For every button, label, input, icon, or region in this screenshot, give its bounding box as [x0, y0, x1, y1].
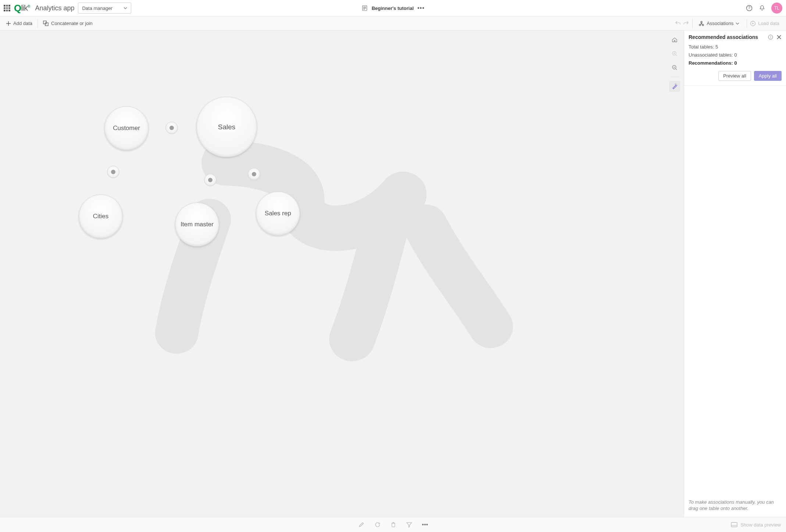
- help-icon[interactable]: ?: [746, 4, 753, 12]
- associations-icon: [699, 21, 704, 26]
- load-data-button: Load data: [747, 19, 782, 28]
- concatenate-label: Concatenate or join: [51, 21, 93, 26]
- concatenate-icon: [43, 21, 49, 26]
- view-dropdown-label: Data manager: [82, 6, 112, 11]
- undo-icon: [675, 20, 681, 27]
- magic-wand-button[interactable]: [669, 81, 680, 92]
- table-label: Customer: [113, 125, 140, 132]
- filter-icon: [406, 521, 412, 528]
- table-bubble-item-master[interactable]: Item master: [175, 202, 219, 247]
- association-joint[interactable]: [204, 174, 217, 186]
- more-icon[interactable]: •••: [422, 521, 428, 528]
- association-joint[interactable]: [248, 168, 260, 180]
- show-preview-label: Show data preview: [740, 522, 781, 528]
- svg-text:?: ?: [748, 6, 750, 10]
- main-area: Customer Sales Cities Item master Sales …: [0, 30, 786, 517]
- chevron-down-icon: [736, 22, 739, 25]
- view-dropdown[interactable]: Data manager: [78, 3, 131, 14]
- recommendations-label: Recommendations:: [689, 60, 734, 66]
- table-label: Cities: [93, 213, 109, 220]
- svg-rect-1: [363, 7, 366, 7]
- total-tables-label: Total tables:: [689, 44, 715, 50]
- svg-rect-16: [392, 523, 395, 527]
- recommendations-panel: Recommended associations ? Total tables:…: [684, 30, 786, 517]
- table-bubble-cities[interactable]: Cities: [79, 194, 123, 238]
- associations-canvas[interactable]: Customer Sales Cities Item master Sales …: [0, 30, 684, 517]
- refresh-icon: [374, 521, 381, 528]
- avatar[interactable]: TL: [771, 3, 782, 14]
- table-label: Sales rep: [265, 210, 291, 217]
- concatenate-button[interactable]: Concatenate or join: [41, 19, 95, 28]
- more-icon[interactable]: •••: [417, 5, 425, 11]
- table-label: Sales: [218, 123, 236, 131]
- recommendations-value: 0: [734, 60, 737, 66]
- delete-icon: [390, 521, 396, 528]
- plus-icon: [6, 21, 11, 26]
- table-bubble-customer[interactable]: Customer: [104, 106, 149, 150]
- panel-stats: Total tables: 5 Unassociated tables: 0 R…: [684, 43, 786, 71]
- breadcrumb: Beginner's tutorial •••: [361, 5, 425, 11]
- bell-icon[interactable]: [759, 5, 765, 11]
- app-launcher-icon[interactable]: [4, 5, 10, 11]
- zoom-out-button[interactable]: [669, 62, 680, 73]
- divider: [670, 77, 679, 77]
- association-joint[interactable]: [107, 166, 119, 178]
- add-data-label: Add data: [13, 21, 32, 26]
- avatar-initials: TL: [774, 6, 779, 11]
- svg-point-9: [702, 24, 704, 26]
- separator: [37, 19, 38, 28]
- home-view-button[interactable]: [669, 34, 680, 45]
- edit-icon: [358, 521, 365, 528]
- associations-dropdown[interactable]: Associations: [696, 19, 742, 28]
- svg-rect-2: [363, 8, 366, 8]
- zoom-in-icon: [672, 51, 678, 57]
- show-data-preview-button: Show data preview: [731, 522, 781, 528]
- table-bubble-sales-rep[interactable]: Sales rep: [256, 191, 300, 236]
- table-bubble-sales[interactable]: Sales: [196, 97, 257, 157]
- add-data-button[interactable]: Add data: [4, 19, 35, 28]
- table-label: Item master: [181, 221, 214, 228]
- total-tables-value: 5: [715, 44, 718, 50]
- apply-all-button[interactable]: Apply all: [754, 71, 782, 81]
- panel-help-icon[interactable]: ?: [768, 34, 774, 40]
- zoom-in-button: [669, 48, 680, 59]
- svg-rect-3: [363, 9, 365, 10]
- svg-rect-6: [43, 21, 46, 24]
- app-name: Analytics app: [35, 4, 74, 12]
- close-icon[interactable]: [776, 35, 782, 40]
- breadcrumb-title: Beginner's tutorial: [372, 6, 414, 11]
- svg-rect-7: [45, 23, 48, 26]
- association-links: [0, 30, 684, 517]
- sheet-icon[interactable]: [361, 5, 368, 11]
- redo-icon: [683, 20, 689, 27]
- zoom-out-icon: [672, 65, 678, 71]
- chevron-down-icon: [124, 6, 127, 10]
- preview-all-button[interactable]: Preview all: [718, 71, 751, 81]
- svg-rect-17: [731, 522, 737, 527]
- action-bar: Add data Concatenate or join Association…: [0, 17, 786, 30]
- association-joint[interactable]: [165, 122, 178, 134]
- unassociated-value: 0: [734, 52, 737, 58]
- load-data-label: Load data: [758, 21, 779, 26]
- apply-all-label: Apply all: [759, 73, 777, 79]
- play-circle-icon: [750, 21, 756, 26]
- preview-icon: [731, 522, 737, 527]
- unassociated-label: Unassociated tables:: [689, 52, 734, 58]
- panel-title: Recommended associations: [689, 34, 765, 40]
- bottom-bar: ••• Show data preview: [0, 517, 786, 532]
- separator: [692, 19, 693, 28]
- svg-point-8: [699, 24, 701, 26]
- panel-hint: To make associations manually, you can d…: [684, 495, 786, 517]
- top-bar: Qlik® Analytics app Data manager Beginne…: [0, 0, 786, 17]
- svg-text:?: ?: [770, 36, 771, 39]
- qlik-logo[interactable]: Qlik®: [14, 3, 30, 14]
- magic-wand-icon: [672, 83, 678, 89]
- canvas-tools: [668, 34, 681, 92]
- associations-label: Associations: [707, 21, 733, 26]
- home-icon: [672, 37, 678, 43]
- preview-all-label: Preview all: [723, 73, 746, 79]
